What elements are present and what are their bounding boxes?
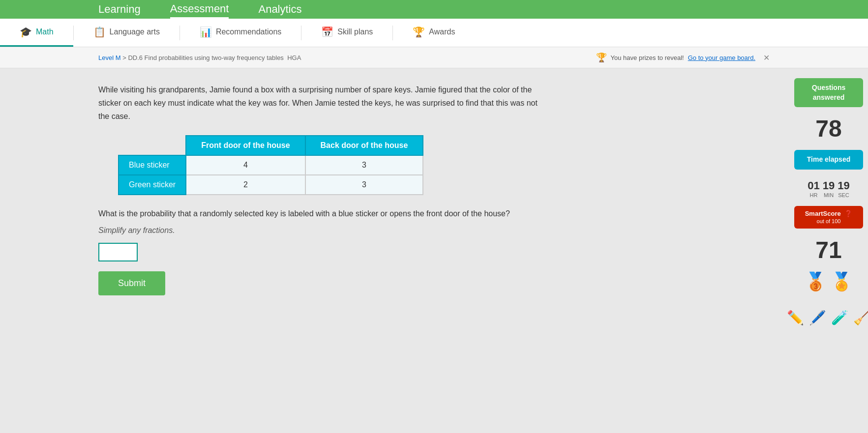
col2-header: Back door of the house <box>305 136 423 155</box>
nav-item-assessment[interactable]: Assessment <box>170 0 229 19</box>
breadcrumb-level[interactable]: Level M <box>98 54 121 61</box>
content-area: While visiting his grandparents, Jamie f… <box>0 68 789 433</box>
recommendations-icon: 📊 <box>200 26 212 38</box>
smartscore-label: SmartScore <box>805 210 841 217</box>
skill-plans-icon: 📅 <box>321 26 333 38</box>
eraser-tool-icon[interactable]: 🧹 <box>853 310 868 326</box>
nav-awards[interactable]: 🏆 Awards <box>393 19 475 47</box>
breadcrumb-skill: DD.6 Find probabilities using two-way fr… <box>128 54 284 61</box>
trophy-icon: 🏆 <box>596 52 607 63</box>
flask-tool-icon[interactable]: 🧪 <box>831 310 848 326</box>
green-front-door-value: 2 <box>186 175 305 195</box>
prize-text: You have prizes to reveal! <box>611 54 684 61</box>
smartscore-info-icon[interactable]: ❓ <box>844 210 852 217</box>
time-elapsed-box: Time elapsed <box>794 150 863 170</box>
sidebar: Questions answered 78 Time elapsed 01 HR… <box>789 68 868 433</box>
pencil-tool-icon[interactable]: ✏️ <box>787 310 804 326</box>
nav-skill-plans-label: Skill plans <box>337 28 373 36</box>
questions-answered-label: Questions answered <box>812 84 845 101</box>
top-navigation: Learning Assessment Analytics <box>0 0 868 19</box>
medals-container: 🥉 🏅 <box>794 271 863 292</box>
awards-icon: 🏆 <box>413 26 425 38</box>
table-row-blue: Blue sticker 4 3 <box>119 155 423 175</box>
nav-recommendations[interactable]: 📊 Recommendations <box>180 19 301 47</box>
simplify-note: Simplify any fractions. <box>98 226 691 235</box>
tools-container: ✏️ 🖊️ 🧪 🧹 <box>794 310 863 326</box>
nav-math-label: Math <box>36 28 54 36</box>
frequency-table: Front door of the house Back door of the… <box>118 135 423 195</box>
smartscore-sublabel: out of 100 <box>817 218 841 224</box>
breadcrumb-code-value: HGA <box>287 54 301 61</box>
row-header-blue: Blue sticker <box>119 155 186 175</box>
nav-language-arts-label: Language arts <box>110 28 160 36</box>
nav-item-learning[interactable]: Learning <box>98 1 141 18</box>
time-sec-value: 19 <box>838 179 849 192</box>
questions-answered-box: Questions answered <box>794 78 863 107</box>
row-header-green: Green sticker <box>119 175 186 195</box>
time-seconds: 19 SEC <box>838 179 849 198</box>
smartscore-box: SmartScore ❓ out of 100 <box>794 206 863 229</box>
nav-language-arts[interactable]: 📋 Language arts <box>74 19 180 47</box>
breadcrumb: Level M > DD.6 Find probabilities using … <box>98 54 301 61</box>
pen-tool-icon[interactable]: 🖊️ <box>809 310 826 326</box>
nav-awards-label: Awards <box>429 28 455 36</box>
question-text: What is the probability that a randomly … <box>98 207 541 220</box>
time-sec-label: SEC <box>838 192 849 198</box>
prize-notification: 🏆 You have prizes to reveal! Go to your … <box>596 52 770 63</box>
time-minutes: 19 MIN <box>823 179 835 198</box>
smartscore-value: 71 <box>794 236 863 263</box>
blue-front-door-value: 4 <box>186 155 305 175</box>
second-navigation: 🎓 Math 📋 Language arts 📊 Recommendations… <box>0 19 868 47</box>
nav-item-analytics[interactable]: Analytics <box>258 1 301 18</box>
nav-skill-plans[interactable]: 📅 Skill plans <box>301 19 392 47</box>
answer-input[interactable] <box>98 243 138 261</box>
nav-math[interactable]: 🎓 Math <box>0 19 73 47</box>
table-row-green: Green sticker 2 3 <box>119 175 423 195</box>
nav-recommendations-label: Recommendations <box>216 28 281 36</box>
blue-medal-icon: 🏅 <box>831 271 853 292</box>
green-back-door-value: 3 <box>305 175 423 195</box>
prize-link[interactable]: Go to your game board. <box>688 54 755 61</box>
time-display: 01 HR 19 MIN 19 SEC <box>794 179 863 198</box>
math-icon: 🎓 <box>20 26 32 38</box>
submit-button[interactable]: Submit <box>98 271 165 295</box>
time-min-label: MIN <box>823 192 835 198</box>
time-elapsed-label: Time elapsed <box>807 155 850 163</box>
questions-answered-value: 78 <box>794 115 863 142</box>
frequency-table-container: Front door of the house Back door of the… <box>118 135 691 195</box>
col1-header: Front door of the house <box>186 136 305 155</box>
time-hr-label: HR <box>808 192 819 198</box>
breadcrumb-separator: > <box>122 54 128 61</box>
language-arts-icon: 📋 <box>93 26 106 38</box>
breadcrumb-bar: Level M > DD.6 Find probabilities using … <box>0 47 868 68</box>
time-hr-value: 01 <box>808 179 819 192</box>
time-min-value: 19 <box>823 179 835 192</box>
close-prize-button[interactable]: ✕ <box>763 53 770 62</box>
main-content: While visiting his grandparents, Jamie f… <box>0 68 868 433</box>
bronze-medal-icon: 🥉 <box>805 271 827 292</box>
problem-text: While visiting his grandparents, Jamie f… <box>98 83 541 123</box>
time-hours: 01 HR <box>808 179 819 198</box>
blue-back-door-value: 3 <box>305 155 423 175</box>
